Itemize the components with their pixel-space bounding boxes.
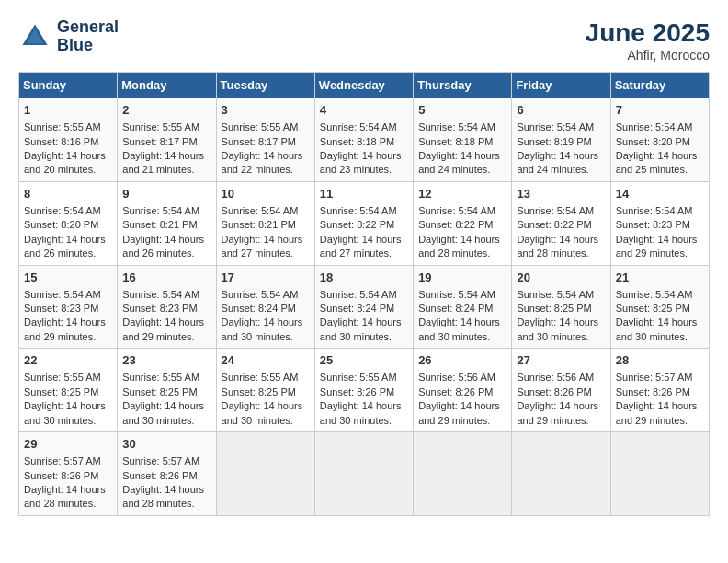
table-cell: 2Sunrise: 5:55 AMSunset: 8:17 PMDaylight… [118, 98, 216, 182]
day-number: 12 [418, 186, 506, 202]
day-number: 9 [122, 186, 210, 202]
table-cell: 7Sunrise: 5:54 AMSunset: 8:20 PMDaylight… [610, 98, 709, 182]
sunrise-text: Sunrise: 5:57 AM [122, 454, 210, 468]
day-number: 10 [222, 186, 310, 202]
sunrise-text: Sunrise: 5:55 AM [24, 371, 112, 385]
daylight-text: Daylight: 14 hours and 20 minutes. [24, 149, 112, 178]
sunset-text: Sunset: 8:22 PM [517, 218, 605, 232]
sunrise-text: Sunrise: 5:55 AM [122, 121, 210, 134]
sunrise-text: Sunrise: 5:54 AM [24, 288, 112, 302]
day-number: 6 [517, 102, 605, 119]
sunrise-text: Sunrise: 5:55 AM [222, 121, 310, 134]
daylight-text: Daylight: 14 hours and 24 minutes. [418, 149, 506, 178]
table-cell: 20Sunrise: 5:54 AMSunset: 8:25 PMDayligh… [512, 265, 610, 349]
calendar-table: Sunday Monday Tuesday Wednesday Thursday… [18, 72, 710, 516]
day-number: 17 [222, 270, 310, 286]
day-number: 8 [24, 186, 112, 202]
sunset-text: Sunset: 8:24 PM [320, 302, 408, 316]
sunset-text: Sunset: 8:24 PM [222, 302, 310, 316]
sunrise-text: Sunrise: 5:54 AM [222, 204, 310, 218]
sunset-text: Sunset: 8:25 PM [616, 302, 704, 316]
daylight-text: Daylight: 14 hours and 28 minutes. [418, 233, 506, 261]
table-cell [414, 432, 512, 516]
table-cell: 23Sunrise: 5:55 AMSunset: 8:25 PMDayligh… [118, 349, 216, 432]
title-block: June 2025 Ahfir, Morocco [586, 18, 710, 63]
table-cell: 24Sunrise: 5:55 AMSunset: 8:25 PMDayligh… [216, 349, 314, 432]
day-number: 15 [24, 270, 112, 286]
sunrise-text: Sunrise: 5:55 AM [320, 371, 408, 385]
table-cell: 1Sunrise: 5:55 AMSunset: 8:16 PMDaylight… [19, 98, 118, 182]
calendar-row: 8Sunrise: 5:54 AMSunset: 8:20 PMDaylight… [19, 181, 710, 265]
table-cell: 11Sunrise: 5:54 AMSunset: 8:22 PMDayligh… [314, 181, 413, 265]
sunrise-text: Sunrise: 5:54 AM [418, 204, 506, 218]
sunrise-text: Sunrise: 5:54 AM [222, 288, 310, 302]
table-cell: 22Sunrise: 5:55 AMSunset: 8:25 PMDayligh… [19, 349, 118, 432]
sunrise-text: Sunrise: 5:55 AM [24, 121, 112, 134]
daylight-text: Daylight: 14 hours and 29 minutes. [418, 399, 506, 428]
day-number: 20 [517, 270, 605, 286]
table-cell: 16Sunrise: 5:54 AMSunset: 8:23 PMDayligh… [118, 265, 216, 349]
logo-line2: Blue [57, 37, 119, 55]
daylight-text: Daylight: 14 hours and 30 minutes. [24, 399, 112, 428]
day-number: 28 [616, 352, 704, 369]
daylight-text: Daylight: 14 hours and 28 minutes. [517, 233, 605, 261]
day-number: 21 [616, 270, 704, 286]
day-number: 25 [320, 352, 408, 369]
day-number: 24 [222, 352, 310, 369]
sunset-text: Sunset: 8:26 PM [418, 385, 506, 399]
calendar-row: 1Sunrise: 5:55 AMSunset: 8:16 PMDaylight… [19, 98, 710, 182]
daylight-text: Daylight: 14 hours and 30 minutes. [418, 316, 506, 344]
day-number: 30 [122, 436, 210, 453]
daylight-text: Daylight: 14 hours and 28 minutes. [122, 483, 210, 511]
sunrise-text: Sunrise: 5:54 AM [418, 288, 506, 302]
calendar-header-row: Sunday Monday Tuesday Wednesday Thursday… [19, 73, 710, 98]
sunrise-text: Sunrise: 5:54 AM [418, 121, 506, 134]
table-cell: 27Sunrise: 5:56 AMSunset: 8:26 PMDayligh… [512, 349, 610, 432]
calendar-row: 22Sunrise: 5:55 AMSunset: 8:25 PMDayligh… [19, 349, 710, 432]
table-cell [314, 432, 413, 516]
daylight-text: Daylight: 14 hours and 30 minutes. [320, 316, 408, 344]
day-number: 26 [418, 352, 506, 369]
daylight-text: Daylight: 14 hours and 25 minutes. [616, 149, 704, 178]
sunrise-text: Sunrise: 5:54 AM [320, 121, 408, 134]
sunset-text: Sunset: 8:22 PM [418, 218, 506, 232]
sunrise-text: Sunrise: 5:56 AM [517, 371, 605, 385]
sunrise-text: Sunrise: 5:54 AM [320, 204, 408, 218]
table-cell [610, 432, 709, 516]
day-number: 18 [320, 270, 408, 286]
table-cell: 15Sunrise: 5:54 AMSunset: 8:23 PMDayligh… [19, 265, 118, 349]
daylight-text: Daylight: 14 hours and 30 minutes. [122, 399, 210, 428]
table-cell: 4Sunrise: 5:54 AMSunset: 8:18 PMDaylight… [314, 98, 413, 182]
col-monday: Monday [118, 73, 216, 98]
sunset-text: Sunset: 8:18 PM [320, 135, 408, 149]
sunrise-text: Sunrise: 5:54 AM [122, 204, 210, 218]
table-cell: 17Sunrise: 5:54 AMSunset: 8:24 PMDayligh… [216, 265, 314, 349]
sunrise-text: Sunrise: 5:54 AM [616, 121, 704, 134]
col-friday: Friday [512, 73, 610, 98]
daylight-text: Daylight: 14 hours and 26 minutes. [122, 233, 210, 261]
daylight-text: Daylight: 14 hours and 22 minutes. [222, 149, 310, 178]
daylight-text: Daylight: 14 hours and 28 minutes. [24, 483, 112, 511]
day-number: 7 [616, 102, 704, 119]
sunrise-text: Sunrise: 5:54 AM [320, 288, 408, 302]
sunrise-text: Sunrise: 5:54 AM [616, 288, 704, 302]
sunrise-text: Sunrise: 5:56 AM [418, 371, 506, 385]
table-cell: 3Sunrise: 5:55 AMSunset: 8:17 PMDaylight… [216, 98, 314, 182]
table-cell: 19Sunrise: 5:54 AMSunset: 8:24 PMDayligh… [414, 265, 512, 349]
sunrise-text: Sunrise: 5:54 AM [517, 204, 605, 218]
daylight-text: Daylight: 14 hours and 21 minutes. [122, 149, 210, 178]
sunrise-text: Sunrise: 5:54 AM [517, 121, 605, 134]
sunset-text: Sunset: 8:25 PM [517, 302, 605, 316]
table-cell: 6Sunrise: 5:54 AMSunset: 8:19 PMDaylight… [512, 98, 610, 182]
day-number: 5 [418, 102, 506, 119]
sunset-text: Sunset: 8:17 PM [222, 135, 310, 149]
table-cell: 26Sunrise: 5:56 AMSunset: 8:26 PMDayligh… [414, 349, 512, 432]
calendar-row: 29Sunrise: 5:57 AMSunset: 8:26 PMDayligh… [19, 432, 710, 516]
sunset-text: Sunset: 8:20 PM [616, 135, 704, 149]
table-cell [512, 432, 610, 516]
day-number: 4 [320, 102, 408, 119]
col-sunday: Sunday [19, 73, 118, 98]
daylight-text: Daylight: 14 hours and 29 minutes. [517, 399, 605, 428]
table-cell: 28Sunrise: 5:57 AMSunset: 8:26 PMDayligh… [610, 349, 709, 432]
daylight-text: Daylight: 14 hours and 29 minutes. [616, 233, 704, 261]
